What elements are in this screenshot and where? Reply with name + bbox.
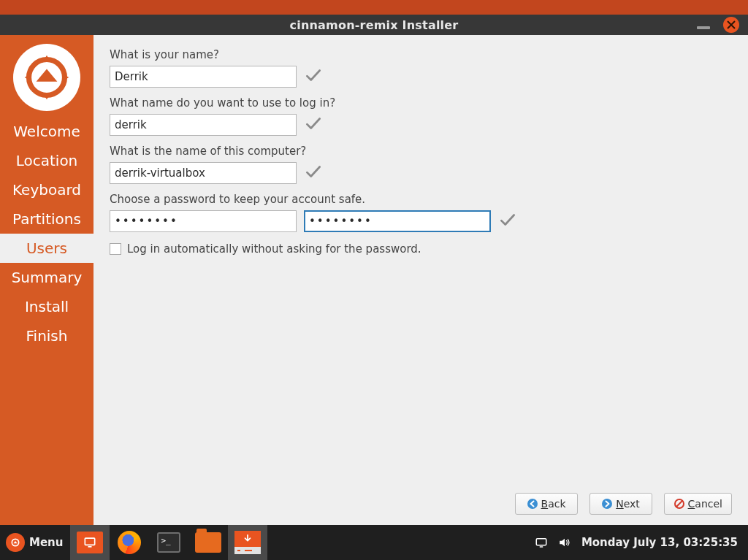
- window-titlebar: cinnamon-remix Installer: [0, 15, 748, 35]
- sidebar-item-keyboard[interactable]: Keyboard: [0, 175, 94, 204]
- label-your-name: What is your name?: [110, 48, 732, 61]
- cancel-label: Cancel: [688, 498, 722, 510]
- label-login-name: What name do you want to use to log in?: [110, 96, 732, 110]
- input-password-confirm[interactable]: [304, 210, 491, 232]
- sidebar: Welcome Location Keyboard Partitions Use…: [0, 35, 94, 525]
- close-button[interactable]: [723, 17, 739, 33]
- desktop-icon: [77, 532, 103, 553]
- folder-icon: [195, 532, 221, 553]
- check-icon: [304, 114, 323, 136]
- field-your-name: What is your name?: [110, 48, 732, 88]
- taskbar-clock[interactable]: Monday July 13, 03:25:35: [581, 536, 738, 549]
- label-password: Choose a password to keep your account s…: [110, 193, 732, 206]
- field-computer-name: What is the name of this computer?: [110, 145, 732, 184]
- input-your-name[interactable]: [110, 66, 297, 88]
- field-password: Choose a password to keep your account s…: [110, 193, 732, 232]
- sidebar-label: Keyboard: [12, 181, 81, 199]
- svg-point-5: [527, 499, 538, 509]
- sidebar-item-welcome[interactable]: Welcome: [0, 117, 94, 146]
- arrow-right-icon: [601, 498, 613, 510]
- tray-network-icon[interactable]: [535, 536, 548, 549]
- taskbar-app-files[interactable]: [188, 525, 228, 560]
- taskbar: Menu >_ Monday July: [0, 525, 748, 560]
- svg-point-6: [602, 499, 612, 509]
- check-icon: [498, 210, 517, 232]
- field-login-name: What name do you want to use to log in?: [110, 96, 732, 136]
- taskbar-app-terminal[interactable]: >_: [149, 525, 188, 560]
- menu-label: Menu: [29, 536, 63, 549]
- input-login-name[interactable]: [110, 114, 297, 136]
- back-label: Back: [541, 498, 566, 510]
- sidebar-label: Finish: [26, 327, 68, 345]
- check-icon: [304, 66, 323, 88]
- checkbox-autologin[interactable]: [110, 243, 121, 255]
- cancel-button[interactable]: Cancel: [664, 493, 732, 515]
- sidebar-label: Welcome: [13, 123, 80, 140]
- app-body: Welcome Location Keyboard Partitions Use…: [0, 35, 748, 525]
- main-panel: What is your name? What name do you want…: [94, 35, 748, 525]
- label-autologin: Log in automatically without asking for …: [127, 242, 421, 256]
- sidebar-item-partitions[interactable]: Partitions: [0, 204, 94, 234]
- autologin-row: Log in automatically without asking for …: [110, 242, 732, 256]
- minimize-button[interactable]: [697, 26, 710, 29]
- terminal-icon: >_: [157, 532, 180, 553]
- firefox-icon: [118, 531, 141, 554]
- arrow-left-icon: [527, 498, 538, 510]
- distro-logo: [0, 35, 94, 117]
- sidebar-item-finish[interactable]: Finish: [0, 321, 94, 350]
- svg-rect-11: [88, 546, 92, 548]
- sidebar-label: Users: [26, 239, 67, 257]
- sidebar-item-install[interactable]: Install: [0, 292, 94, 321]
- back-button[interactable]: Back: [515, 493, 578, 515]
- window-top-border: [0, 0, 748, 15]
- window-title: cinnamon-remix Installer: [0, 18, 748, 32]
- cancel-icon: [673, 498, 685, 510]
- next-button[interactable]: Next: [589, 493, 652, 515]
- taskbar-app-installer[interactable]: [228, 525, 267, 560]
- sidebar-label: Install: [25, 298, 69, 315]
- sidebar-label: Partitions: [12, 210, 81, 228]
- taskbar-app-show-desktop[interactable]: [70, 525, 110, 560]
- sidebar-label: Location: [16, 152, 78, 169]
- svg-line-8: [676, 501, 682, 507]
- input-computer-name[interactable]: [110, 162, 297, 184]
- installer-icon: [234, 531, 261, 554]
- sidebar-item-summary[interactable]: Summary: [0, 263, 94, 292]
- menu-logo-icon: [6, 533, 25, 552]
- footer: Back Next Cancel: [110, 486, 732, 515]
- sidebar-item-users[interactable]: Users: [0, 234, 94, 263]
- sidebar-item-location[interactable]: Location: [0, 146, 94, 175]
- svg-rect-13: [540, 546, 543, 548]
- sidebar-nav: Welcome Location Keyboard Partitions Use…: [0, 117, 94, 350]
- svg-rect-10: [85, 538, 95, 545]
- tray-volume-icon[interactable]: [558, 536, 571, 549]
- sidebar-label: Summary: [12, 269, 83, 286]
- check-icon: [304, 162, 323, 184]
- label-computer-name: What is the name of this computer?: [110, 145, 732, 158]
- next-label: Next: [616, 498, 640, 510]
- menu-button[interactable]: Menu: [0, 525, 70, 560]
- taskbar-app-firefox[interactable]: [110, 525, 149, 560]
- input-password[interactable]: [110, 210, 297, 232]
- svg-rect-12: [536, 539, 546, 545]
